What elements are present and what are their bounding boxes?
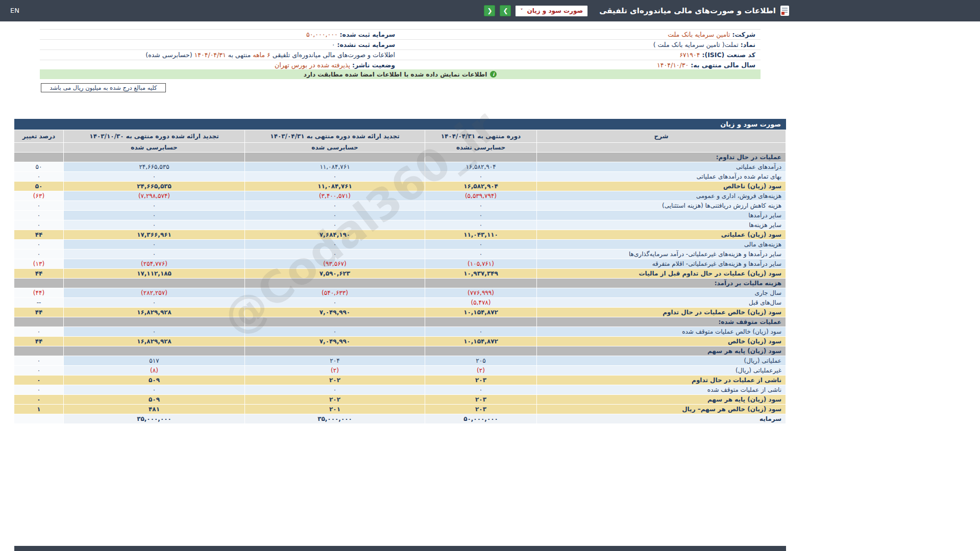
page: EN اطلاعات و صورت‌های مالی میاندوره‌ای ت… [0, 0, 980, 551]
value-cell: ۲۰۲ [245, 375, 425, 385]
col-desc: شرح [537, 130, 786, 143]
row-label: هزینه مالیات بر درآمد: [537, 279, 786, 288]
value-cell: ۷,۰۴۹,۹۹۰ [245, 308, 425, 317]
publisher-status-label: وضعیت ناشر: [352, 61, 395, 69]
change-cell: ۰ [14, 172, 64, 182]
value-cell: (۲۸۲,۲۵۷) [64, 288, 245, 298]
statement-row: سود (زیان) خالص عملیات متوقف شده۰۰۰۰ [14, 327, 786, 337]
value-cell: ۰ [245, 298, 425, 308]
section-row: سود (زیان) پایه هر سهم [14, 346, 786, 356]
statement-row: سال جاری(۷۷۶,۹۹۹)(۵۴۰,۶۳۳)(۲۸۲,۲۵۷)(۴۴) [14, 288, 786, 298]
row-label: سایر درآمدها [537, 211, 786, 220]
value-cell: ۰ [64, 220, 245, 230]
prev-report-button[interactable]: ❮ [484, 5, 495, 16]
company-field: شرکت: تامین سرمایه بانک ملت [400, 30, 761, 39]
value-cell: ۱۷,۱۱۲,۱۸۵ [64, 269, 245, 279]
value-cell: ۷,۶۸۴,۱۹۰ [245, 230, 425, 240]
value-cell: ۲۰۵ [425, 356, 537, 366]
row-label: سایر درآمدها و هزینه‌های غیرعملیاتی- درآ… [537, 249, 786, 259]
registered-capital-value: ۵۰,۰۰۰,۰۰۰ [306, 31, 338, 38]
change-cell: ۰ [14, 327, 64, 337]
statement-table: شرح دوره منتهی به ۱۴۰۴/۰۴/۳۱ تجدید ارائه… [14, 130, 786, 424]
change-cell: ۵۰ [14, 182, 64, 191]
value-cell: ۰ [64, 172, 245, 182]
value-cell: ۴۸۱ [64, 405, 245, 414]
row-label: سرمایه [537, 414, 786, 424]
value-cell: ۰ [425, 201, 537, 211]
value-cell: ۰ [64, 201, 245, 211]
topbar-content: اطلاعات و صورت‌های مالی میاندوره‌ای تلفی… [484, 0, 789, 21]
value-cell: (۷,۲۹۸,۵۷۴) [64, 191, 245, 201]
row-label: عملیاتی (ریال) [537, 356, 786, 366]
value-cell: ۱۶,۸۲۹,۹۲۸ [64, 337, 245, 346]
value-cell: (۲۵۴,۷۷۶) [64, 259, 245, 269]
next-report-button[interactable]: ❯ [500, 5, 511, 16]
value-cell: ۵۰,۰۰۰,۰۰۰ [425, 414, 537, 424]
value-cell: ۳۵,۰۰۰,۰۰۰ [245, 414, 425, 424]
value-cell: ۰ [425, 249, 537, 259]
statement-row: ناشی از عملیات در حال تداوم۲۰۳۲۰۲۵۰۹۰ [14, 375, 786, 385]
unregistered-capital-value: ۰ [332, 41, 335, 48]
value-cell [425, 346, 537, 356]
value-cell [425, 279, 537, 288]
statement-row: هزینه کاهش ارزش دریافتنی‌ها (هزینه استثن… [14, 201, 786, 211]
value-cell: ۰ [245, 220, 425, 230]
value-cell [64, 153, 245, 162]
company-label: شرکت: [732, 31, 755, 38]
change-cell: ۴۴ [14, 308, 64, 317]
value-cell: ۰ [425, 172, 537, 182]
statement-row: سود (زیان) عملیات در حال تداوم قبل از ما… [14, 269, 786, 279]
row-label: ناشی از عملیات متوقف شده [537, 385, 786, 395]
row-label: ناشی از عملیات در حال تداوم [537, 375, 786, 385]
value-cell: (۵,۴۷۸) [425, 298, 537, 308]
value-cell: ۲۰۱ [245, 405, 425, 414]
statement-row: ناشی از عملیات متوقف شده۰۰۰۰ [14, 385, 786, 395]
change-cell [14, 346, 64, 356]
value-cell: ۱۱,۰۸۴,۷۶۱ [245, 182, 425, 191]
isic-label: کد صنعت (ISIC): [702, 51, 755, 59]
statement-row: سود (زیان) خالص هر سهم– ریال۲۰۳۲۰۱۴۸۱۱ [14, 405, 786, 414]
row-label: سود (زیان) عملیاتی [537, 230, 786, 240]
value-cell: (۱۰۵,۷۶۱) [425, 259, 537, 269]
statement-row: هزینه‌های فروش، اداری و عمومی(۵,۵۳۹,۷۹۴)… [14, 191, 786, 201]
value-cell: ۱۰,۱۵۴,۸۷۲ [425, 337, 537, 346]
statement-title: صورت سود و زیان [14, 119, 786, 130]
row-label: سود (زیان) خالص هر سهم– ریال [537, 405, 786, 414]
statement-row: هزینه‌های مالی۰۰۰۰ [14, 240, 786, 249]
row-label: سال جاری [537, 288, 786, 298]
change-cell: ۰ [14, 201, 64, 211]
value-cell [245, 279, 425, 288]
change-cell: (۱۳) [14, 259, 64, 269]
report-type-dropdown[interactable]: صورت سود و زیان ˅ [516, 6, 587, 16]
language-toggle[interactable]: EN [10, 7, 19, 14]
report-period-date: ۱۴۰۴/۰۴/۳۱ [194, 51, 226, 59]
value-cell: ۰ [425, 385, 537, 395]
value-cell: ۲۰۳ [425, 395, 537, 405]
change-cell: ۴۴ [14, 269, 64, 279]
value-cell: ۲۴,۶۶۵,۵۳۵ [64, 162, 245, 172]
value-cell: ۰ [245, 201, 425, 211]
section-row: عملیات متوقف شده: [14, 317, 786, 327]
value-cell: ۰ [64, 327, 245, 337]
statement-row: سود (زیان) خالص عملیات در حال تداوم۱۰,۱۵… [14, 308, 786, 317]
row-label: سود (زیان) پایه هر سهم [537, 395, 786, 405]
value-cell [425, 153, 537, 162]
row-label: درآمدهای عملیاتی [537, 162, 786, 172]
value-cell: ۰ [425, 240, 537, 249]
report-type-value: صورت سود و زیان [527, 7, 583, 14]
report-document-icon [780, 6, 789, 16]
change-cell [14, 279, 64, 288]
value-cell: ۵۰۹ [64, 375, 245, 385]
statement-row: درآمدهای عملیاتی۱۶,۵۸۲,۹۰۴۱۱,۰۸۴,۷۶۱۲۴,۶… [14, 162, 786, 172]
col-restated-year: تجدید ارائه شده دوره منتهی به ۱۴۰۳/۱۰/۳۰ [64, 130, 245, 143]
company-value: تامین سرمایه بانک ملت [668, 31, 730, 38]
top-header-bar: EN اطلاعات و صورت‌های مالی میاندوره‌ای ت… [0, 0, 980, 21]
value-cell: ۲۰۴ [245, 356, 425, 366]
value-cell: ۲۴,۶۶۵,۵۳۵ [64, 182, 245, 191]
col-restated-year-sub: حسابرسی شده [64, 143, 245, 153]
value-cell: ۱۱,۰۴۳,۱۱۰ [425, 230, 537, 240]
value-cell: ۱۰,۱۵۴,۸۷۲ [425, 308, 537, 317]
statement-row: غیرعملیاتی (ریال)(۲)(۲)(۸)۰ [14, 366, 786, 375]
symbol-value: تملت( تامین سرمایه بانک ملت ) [653, 41, 739, 48]
row-label: سود (زیان) خالص عملیات در حال تداوم [537, 308, 786, 317]
